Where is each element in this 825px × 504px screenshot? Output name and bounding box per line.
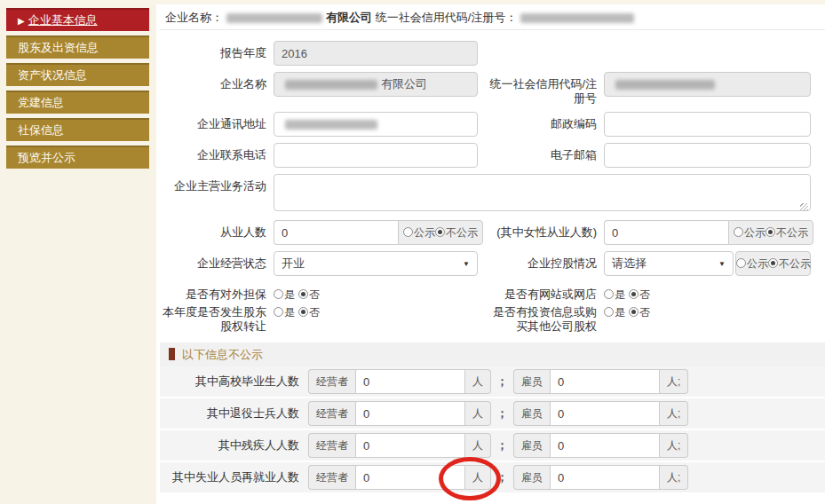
group-separator: ； <box>491 433 513 458</box>
unit-addon: 人 <box>465 465 491 490</box>
radio-icon[interactable] <box>604 289 614 299</box>
credit-code-input[interactable] <box>604 72 811 97</box>
employee-addon: 雇员 <box>513 465 550 490</box>
redacted-credit-code <box>520 13 634 23</box>
yes-radio-option[interactable]: 是 <box>274 288 295 301</box>
sidebar-item-social-security[interactable]: 社保信息 <box>6 118 149 141</box>
operator-addon: 经营者 <box>308 369 355 394</box>
no-publish-radio-option[interactable]: 不公示 <box>766 226 808 239</box>
operator-count-input[interactable] <box>355 433 465 458</box>
female-employees-input[interactable] <box>604 220 728 245</box>
yes-radio-option[interactable]: 是 <box>604 306 625 319</box>
holding-status-select[interactable]: 请选择▼ <box>604 251 734 276</box>
group-separator: ； <box>491 465 513 490</box>
company-name-field-label: 企业名称 <box>160 72 274 91</box>
postcode-label: 邮政编码 <box>487 112 604 131</box>
email-input[interactable] <box>604 143 811 168</box>
operator-count-input[interactable] <box>355 369 465 394</box>
row-veterans: 其中退役士兵人数 经营者 人 ； 雇员 人; <box>160 398 825 430</box>
female-employees-publicity-radios: 公示不公示 <box>728 220 813 245</box>
radio-icon[interactable] <box>604 307 614 317</box>
publish-radio-option[interactable]: 公示 <box>734 226 766 239</box>
holding-status-publicity-radios: 公示不公示 <box>735 251 811 276</box>
yes-radio-option[interactable]: 是 <box>274 306 295 319</box>
main-business-label: 企业主营业务活动 <box>160 174 274 193</box>
radio-selected-icon[interactable] <box>766 227 775 237</box>
operator-count-input[interactable] <box>355 401 465 426</box>
operator-addon: 经营者 <box>308 433 355 458</box>
no-radio-option[interactable]: 否 <box>629 306 650 319</box>
radio-selected-icon[interactable] <box>298 307 308 317</box>
employees-publicity-radios: 公示不公示 <box>398 220 483 245</box>
employee-count-input[interactable] <box>550 433 660 458</box>
sidebar-item-basic-info[interactable]: ▶企业基本信息 <box>6 8 149 31</box>
employee-count-input[interactable] <box>550 465 660 490</box>
sidebar-item-shareholders[interactable]: 股东及出资信息 <box>6 35 149 59</box>
main-business-textarea[interactable] <box>274 174 811 211</box>
section-marker-bar-icon <box>169 348 175 360</box>
publish-radio-option[interactable]: 公示 <box>403 226 435 239</box>
radio-icon[interactable] <box>736 258 746 268</box>
row-label: 其中退役士兵人数 <box>160 406 308 421</box>
publish-radio-option[interactable]: 公示 <box>736 257 768 270</box>
form-row-phone: 企业联系电话 电子邮箱 <box>160 143 825 168</box>
redacted-company-name <box>226 13 322 23</box>
investment-radios: 是否 <box>604 303 811 319</box>
guarantee-label: 是否有对外担保 <box>160 282 274 302</box>
employee-count-input[interactable] <box>550 369 660 394</box>
phone-input[interactable] <box>274 143 478 168</box>
address-input[interactable] <box>274 112 478 137</box>
form-row-equity-transfer: 本年度是否发生股东股权转让 是否 是否有投资信息或购买其他公司股权 是否 <box>160 303 825 334</box>
operator-group: 经营者 人 <box>308 465 491 490</box>
sidebar-item-preview-publish[interactable]: 预览并公示 <box>6 146 149 169</box>
business-status-label: 企业经营状态 <box>160 251 274 271</box>
sidebar-item-label: 党建信息 <box>18 96 64 109</box>
sidebar-item-label: 股东及出资信息 <box>18 41 99 54</box>
sidebar-item-party-building[interactable]: 党建信息 <box>6 91 149 114</box>
radio-icon[interactable] <box>734 227 743 237</box>
form-row-report-year: 报告年度 <box>160 41 825 66</box>
radio-icon[interactable] <box>274 289 283 299</box>
report-year-input[interactable] <box>274 41 478 66</box>
no-publish-radio-option[interactable]: 不公示 <box>435 226 478 239</box>
operator-group: 经营者 人 <box>308 433 491 458</box>
row-reemployed-persons: 其中失业人员再就业人数 经营者 人 ； 雇员 人; <box>160 462 825 494</box>
non-public-section-header: 以下信息不公示 <box>160 343 825 366</box>
no-radio-option[interactable]: 否 <box>629 288 650 301</box>
address-label: 企业通讯地址 <box>160 112 274 131</box>
postcode-input[interactable] <box>604 112 811 137</box>
radio-selected-icon[interactable] <box>435 227 445 237</box>
no-publish-radio-option[interactable]: 不公示 <box>768 257 811 270</box>
radio-selected-icon[interactable] <box>629 289 639 299</box>
sidebar-item-label: 资产状况信息 <box>18 68 87 82</box>
no-radio-option[interactable]: 否 <box>298 288 320 301</box>
employees-input[interactable] <box>274 220 398 245</box>
business-status-select[interactable]: 开业▼ <box>274 251 478 276</box>
radio-selected-icon[interactable] <box>629 307 639 317</box>
sidebar-item-assets[interactable]: 资产状况信息 <box>6 63 149 86</box>
operator-count-input[interactable] <box>355 465 465 490</box>
form-row-company-name: 企业名称 有限公司 统一社会信用代码/注册号 <box>160 72 825 106</box>
radio-selected-icon[interactable] <box>298 289 308 299</box>
no-radio-option[interactable]: 否 <box>298 306 320 319</box>
row-label: 其中残疾人人数 <box>160 437 308 453</box>
unit-addon: 人; <box>660 401 688 426</box>
employee-group: 雇员 人; <box>513 401 688 426</box>
equity-transfer-label: 本年度是否发生股东股权转让 <box>160 303 274 334</box>
unit-addon: 人; <box>660 433 688 458</box>
radio-icon[interactable] <box>403 227 413 237</box>
yes-radio-option[interactable]: 是 <box>604 288 625 301</box>
radio-icon[interactable] <box>274 307 283 317</box>
radio-selected-icon[interactable] <box>768 258 778 268</box>
chevron-down-icon: ▼ <box>463 252 470 277</box>
unit-addon: 人 <box>465 369 491 394</box>
redacted-credit-code <box>615 80 715 90</box>
report-year-label: 报告年度 <box>160 41 274 60</box>
row-college-graduates: 其中高校毕业生人数 经营者 人 ； 雇员 人; <box>160 366 825 398</box>
employee-count-input[interactable] <box>550 401 660 426</box>
unit-addon: 人; <box>660 465 688 490</box>
chevron-down-icon: ▼ <box>718 252 726 277</box>
website-radios: 是否 <box>604 282 811 302</box>
sidebar: ▶企业基本信息 股东及出资信息 资产状况信息 党建信息 社保信息 预览并公示 <box>0 4 156 504</box>
company-name-input[interactable]: 有限公司 <box>274 72 478 97</box>
